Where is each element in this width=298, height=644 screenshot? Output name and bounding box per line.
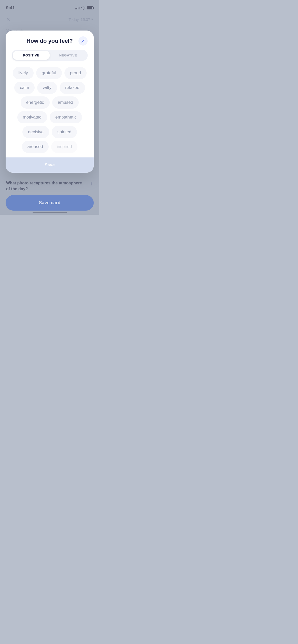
emotion-tag-spirited[interactable]: spirited (52, 126, 77, 138)
emotion-tag-calm[interactable]: calm (14, 82, 35, 94)
tab-switcher: POSITIVE NEGATIVE (12, 50, 88, 61)
edit-button[interactable] (78, 36, 88, 46)
photo-question-text: What photo recaptures the atmosphere of … (6, 180, 87, 192)
emotion-tag-amused[interactable]: amused (52, 96, 79, 109)
emotions-container: livelygratefulproudcalmwittyrelaxedenerg… (12, 67, 88, 153)
save-card-button[interactable]: Save card (6, 195, 94, 211)
emotion-tag-proud[interactable]: proud (64, 67, 87, 79)
pencil-icon (81, 39, 85, 43)
emotion-tag-witty[interactable]: witty (37, 82, 57, 94)
emotion-tag-relaxed[interactable]: relaxed (60, 82, 85, 94)
emotion-tag-motivated[interactable]: motivated (17, 111, 47, 123)
photo-question: What photo recaptures the atmosphere of … (6, 180, 93, 192)
modal-header: How do you feel? (12, 38, 88, 44)
tab-positive[interactable]: POSITIVE (13, 51, 50, 60)
emotion-tag-decisive[interactable]: decisive (22, 126, 49, 138)
tab-negative[interactable]: NEGATIVE (50, 51, 87, 60)
emotion-tag-energetic[interactable]: energetic (21, 96, 50, 109)
emotion-tag-inspired[interactable]: inspired (51, 141, 78, 153)
how-do-you-feel-modal: How do you feel? POSITIVE NEGATIVE livel… (6, 31, 94, 173)
add-photo-icon[interactable]: + (90, 180, 93, 187)
emotion-tag-empathetic[interactable]: empathetic (50, 111, 82, 123)
modal-title: How do you feel? (26, 38, 73, 44)
emotion-tag-grateful[interactable]: grateful (36, 67, 62, 79)
bottom-section: What photo recaptures the atmosphere of … (6, 180, 93, 192)
modal-save-button[interactable]: Save (6, 157, 94, 173)
home-indicator (33, 212, 67, 213)
emotion-tag-lively[interactable]: lively (13, 67, 34, 79)
emotion-tag-aroused[interactable]: aroused (22, 141, 49, 153)
